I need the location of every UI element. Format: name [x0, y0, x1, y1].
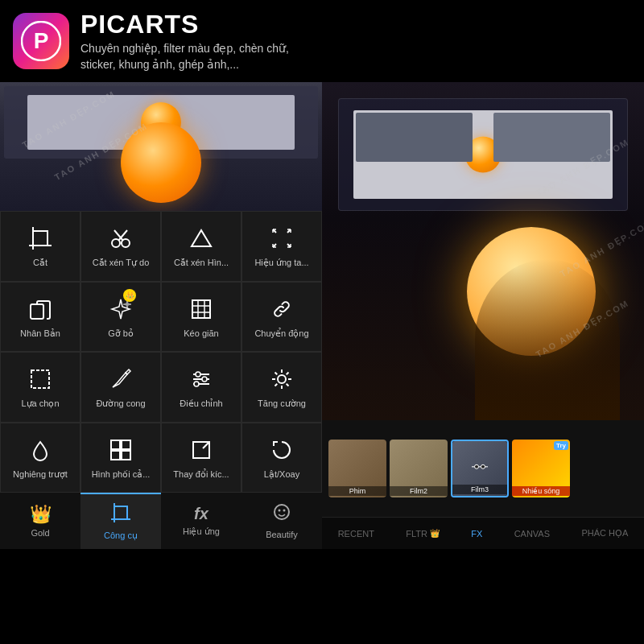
filter-phim[interactable]: Phim [328, 440, 386, 497]
nav-beautify[interactable]: Beautify [242, 493, 322, 549]
filter-nhieu-song[interactable]: Try Nhiều sóng [512, 440, 570, 497]
svg-line-43 [275, 384, 278, 386]
tool-thay-doi-kic[interactable]: Thay đổi kíc... [161, 423, 242, 493]
grid-icon [187, 295, 216, 324]
tool-keo-gian-label: Kéo giãn [184, 328, 218, 338]
tab-fltr-crown: 👑 [430, 529, 440, 538]
scissors-icon [106, 224, 135, 253]
svg-point-57 [475, 464, 479, 469]
header-text: PICARTS Chuyên nghiệp, filter màu đẹp, c… [80, 10, 289, 72]
tool-go-bo-label: Gỡ bỏ [108, 328, 134, 339]
grid2-icon [106, 436, 135, 464]
copy-icon [26, 295, 55, 324]
tool-dieu-chinh[interactable]: Điều chỉnh [161, 352, 242, 423]
nav-gold-label: Gold [31, 528, 49, 538]
tool-cat-xen-tu-do-label: Cắt xén Tự do [93, 258, 150, 268]
tool-lat-xoay[interactable]: Lật/Xoay [242, 423, 322, 493]
screen-overlay [338, 98, 628, 211]
tool-nhan-ban[interactable]: Nhân Bản [0, 282, 80, 353]
right-panel: TAO ANH ĐẸP.COM TAO ANH ĐẸP.COM TAO ANH … [322, 82, 644, 549]
tab-fltr-label: FLTR [406, 529, 427, 539]
filter-strip: Phim Film2 Film3 [322, 420, 644, 517]
tool-hieu-ung-ta-label: Hiệu ứng ta... [254, 258, 308, 268]
filter-film3[interactable]: Film3 [451, 440, 509, 497]
sun-icon [267, 365, 296, 394]
tool-nghieng-truot-label: Nghiêng trượt [13, 469, 68, 480]
svg-marker-9 [192, 230, 211, 246]
arrows-icon [267, 224, 296, 253]
app-description: Chuyên nghiệp, filter màu đẹp, chèn chữ,… [80, 41, 289, 72]
crop-icon [26, 224, 55, 253]
link-icon [267, 295, 296, 324]
tab-canvas[interactable]: CANVAS [508, 526, 556, 542]
tool-dieu-chinh-label: Điều chỉnh [180, 398, 222, 409]
screen-inner [353, 110, 613, 199]
face-icon [272, 502, 291, 526]
svg-rect-50 [114, 506, 127, 519]
nav-gold[interactable]: 👑 Gold [0, 493, 80, 549]
tool-cat-xen-hinh-label: Cắt xén Hìn... [174, 258, 229, 268]
app-header: P PICARTS Chuyên nghiệp, filter màu đẹp,… [0, 0, 644, 82]
tool-keo-gian[interactable]: Kéo giãn [161, 282, 242, 353]
tab-phac-hoa[interactable]: PHÁC HỌA [575, 525, 634, 542]
svg-point-54 [279, 510, 281, 512]
tool-cat-label: Cắt [33, 258, 47, 268]
tool-lat-xoay-label: Lật/Xoay [264, 469, 299, 480]
tool-cat-xen-tu-do[interactable]: Cắt xén Tự do [80, 211, 161, 282]
tool-thay-doi-kic-label: Thay đổi kíc... [173, 469, 229, 480]
filter-phim-label: Phim [328, 486, 386, 496]
tab-recent[interactable]: RECENT [332, 526, 381, 542]
rotate-icon [267, 436, 296, 464]
expand-icon [187, 436, 216, 464]
svg-rect-2 [33, 231, 47, 246]
svg-rect-28 [31, 370, 49, 388]
tool-duong-cong-label: Đường cong [96, 398, 145, 409]
tool-hinh-phoi-ca[interactable]: Hình phối cả... [80, 423, 161, 493]
tool-lua-chon[interactable]: Lựa chọn [0, 352, 80, 423]
tool-chuyen-dong[interactable]: Chuyển động [242, 282, 322, 353]
tool-nghieng-truot[interactable]: Nghiêng trượt [0, 423, 80, 493]
tab-recent-label: RECENT [338, 529, 374, 539]
svg-point-34 [194, 382, 199, 386]
svg-rect-47 [122, 451, 130, 460]
tool-cat[interactable]: Cắt [0, 211, 80, 282]
tool-cat-xen-hinh[interactable]: Cắt xén Hìn... [161, 211, 242, 282]
tab-canvas-label: CANVAS [514, 529, 550, 539]
fx-icon: fx [194, 505, 208, 523]
app-title: PICARTS [80, 10, 289, 39]
svg-point-32 [196, 372, 200, 377]
filter-film2[interactable]: Film2 [390, 440, 448, 497]
nav-cong-cu[interactable]: Công cụ [80, 493, 161, 549]
filter-film3-label: Film3 [452, 485, 507, 494]
tab-fx[interactable]: FX [464, 526, 489, 542]
app-icon: P [13, 13, 69, 69]
main-content: TAO ANH ĐẸP.COM TAO ANH ĐẸP.COM Cắt [0, 82, 644, 549]
svg-line-49 [203, 442, 209, 448]
photo-preview-left: TAO ANH ĐẸP.COM TAO ANH ĐẸP.COM [0, 82, 322, 211]
tool-go-bo[interactable]: 👑 Gỡ bỏ [80, 282, 161, 353]
tools-grid: Cắt Cắt xén Tự do [0, 211, 322, 493]
filter-thumbnails: Phim Film2 Film3 [322, 420, 644, 517]
svg-rect-45 [122, 440, 130, 449]
svg-line-42 [287, 373, 289, 375]
svg-rect-44 [111, 440, 120, 449]
svg-line-41 [287, 384, 289, 386]
tool-tang-cuong[interactable]: Tăng cường [242, 352, 322, 423]
tab-fx-label: FX [471, 529, 482, 539]
filter-nhieu-song-label: Nhiều sóng [512, 486, 570, 496]
tool-lua-chon-label: Lựa chọn [21, 398, 59, 409]
drop-icon [26, 436, 55, 464]
tool-hieu-ung-ta[interactable]: Hiệu ứng ta... [242, 211, 322, 282]
tab-fltr[interactable]: FLTR 👑 [399, 526, 446, 542]
crown-badge: 👑 [123, 289, 136, 302]
svg-point-53 [275, 505, 289, 519]
svg-point-35 [278, 375, 286, 383]
tool-chuyen-dong-label: Chuyển động [254, 328, 308, 339]
left-panel: TAO ANH ĐẸP.COM TAO ANH ĐẸP.COM Cắt [0, 82, 322, 549]
nav-hieu-ung[interactable]: fx Hiệu ứng [161, 493, 242, 549]
tool-duong-cong[interactable]: Đường cong [80, 352, 161, 423]
triangle-icon [187, 224, 216, 253]
nav-hieu-ung-label: Hiệu ứng [183, 526, 220, 537]
svg-rect-46 [111, 451, 120, 460]
svg-point-33 [202, 377, 207, 382]
